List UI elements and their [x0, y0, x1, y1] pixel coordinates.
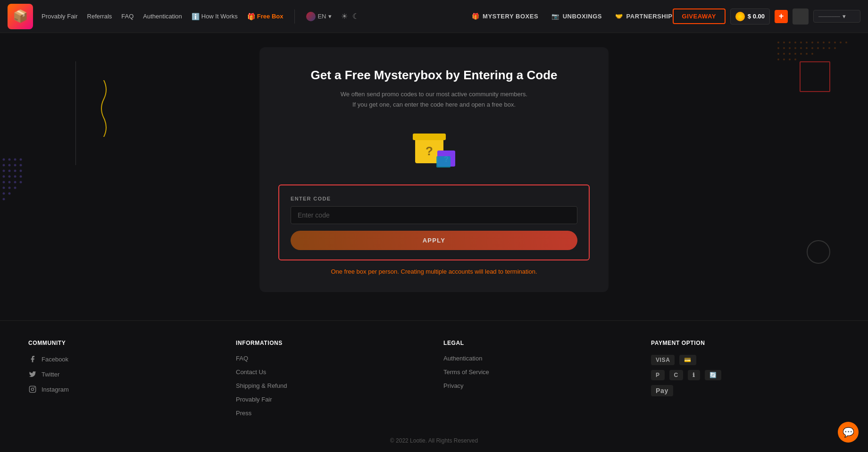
footer-link-authentication[interactable]: Authentication — [443, 355, 632, 362]
svg-point-10 — [14, 170, 17, 172]
svg-point-47 — [823, 47, 825, 49]
svg-point-55 — [806, 53, 808, 55]
footer-legal-title: LEGAL — [443, 340, 632, 346]
svg-point-27 — [783, 42, 785, 43]
visa-badge: VISA — [651, 355, 675, 365]
svg-point-28 — [789, 42, 791, 43]
coin-icon — [735, 12, 745, 21]
svg-point-6 — [14, 164, 17, 167]
username-dropdown[interactable]: ───── ▾ — [813, 10, 860, 23]
apply-button[interactable]: APPLY — [291, 231, 577, 250]
paypal-badge: P — [651, 370, 665, 380]
footer-informations: INFORMATIONS FAQ Contact Us Shipping & R… — [236, 340, 425, 423]
nav-referrals[interactable]: Referrals — [87, 13, 112, 20]
footer-link-instagram[interactable]: Instagram — [28, 385, 217, 393]
nav-mystery-boxes[interactable]: 🎁 MYSTERY BOXES — [472, 13, 539, 20]
svg-point-24 — [8, 193, 11, 195]
svg-point-2 — [14, 159, 17, 161]
svg-point-25 — [3, 198, 5, 201]
balance-amount: $ 0.00 — [748, 13, 765, 20]
username-label: ───── — [818, 13, 840, 20]
deco-circle — [807, 240, 830, 264]
nav-authentication[interactable]: Authentication — [143, 13, 182, 20]
code-input[interactable] — [291, 206, 577, 224]
footer-link-tos[interactable]: Terms of Service — [443, 368, 632, 376]
main-content: + — [0, 33, 868, 320]
card-title: Get a Free Mysterybox by Entering a Code — [278, 68, 590, 83]
svg-point-22 — [14, 187, 17, 189]
svg-point-3 — [20, 159, 22, 161]
svg-point-5 — [8, 164, 11, 167]
footer-link-faq[interactable]: FAQ — [236, 355, 425, 362]
svg-point-48 — [828, 47, 830, 49]
code-label: ENTER CODE — [291, 196, 577, 201]
sun-icon[interactable]: ☀ — [341, 12, 348, 21]
theme-controls: ☀ ☾ — [341, 12, 359, 21]
svg-point-19 — [20, 181, 22, 184]
nav-how-it-works[interactable]: ℹ️ How It Works — [192, 13, 238, 20]
svg-point-42 — [794, 47, 796, 49]
footer-payment: PAYMENT OPTION VISA 💳 P C ℹ 🔄 Pay — [651, 340, 840, 423]
chevron-down-icon: ▾ — [843, 13, 846, 20]
payment-row-1: VISA 💳 — [651, 355, 840, 365]
logo[interactable]: 📦 — [8, 4, 33, 29]
footer-copyright: © 2022 Lootie. All Rights Reserved — [28, 437, 840, 444]
deco-dots-purple — [0, 156, 33, 214]
logo-image: 📦 — [8, 4, 33, 29]
revolut-badge: 🔄 — [705, 370, 722, 380]
card-subtitle: We often send promo codes to our most ac… — [278, 89, 590, 110]
svg-point-7 — [20, 164, 22, 167]
footer-link-twitter[interactable]: Twitter — [28, 370, 217, 378]
svg-point-68 — [31, 388, 33, 391]
svg-point-69 — [34, 387, 34, 388]
nav-faq[interactable]: FAQ — [121, 13, 134, 20]
nav-provably-fair[interactable]: Provably Fair — [42, 13, 78, 20]
deco-wave — [94, 80, 113, 139]
payment-options: VISA 💳 P C ℹ 🔄 Pay — [651, 355, 840, 396]
footer-link-provably-fair[interactable]: Provably Fair — [236, 396, 425, 403]
nav-main-links: 🎁 MYSTERY BOXES 📷 UNBOXINGS 🤝 PARTNERSHI… — [472, 13, 673, 20]
svg-rect-62 — [413, 134, 446, 140]
footer-link-privacy[interactable]: Privacy — [443, 382, 632, 389]
nav-unboxings[interactable]: 📷 UNBOXINGS — [551, 13, 602, 20]
nav-free-box[interactable]: 🎁 Free Box — [247, 13, 284, 20]
deco-line — [75, 61, 76, 165]
warning-text: One free box per person. Creating multip… — [278, 268, 590, 275]
giveaway-button[interactable]: GIVEAWAY — [673, 8, 726, 24]
chat-bubble[interactable]: 💬 — [838, 422, 859, 443]
info-icon: ℹ️ — [192, 13, 200, 20]
moon-icon[interactable]: ☾ — [352, 12, 359, 21]
pay-badge: Pay — [651, 385, 673, 396]
add-funds-button[interactable]: + — [775, 10, 788, 23]
crypto-badge: C — [669, 370, 683, 380]
svg-point-17 — [8, 181, 11, 184]
mystery-box-image: ? ? — [408, 123, 460, 170]
lang-selector[interactable]: EN ▾ — [306, 12, 331, 21]
svg-rect-66 — [436, 156, 451, 167]
nav-links: Provably Fair Referrals FAQ Authenticati… — [42, 9, 467, 24]
svg-point-15 — [20, 176, 22, 178]
camera-icon: 📷 — [551, 13, 559, 20]
svg-point-26 — [777, 42, 779, 43]
svg-point-16 — [3, 181, 5, 184]
nav-partnership[interactable]: 🤝 PARTNERSHIP — [615, 13, 672, 20]
svg-point-23 — [3, 193, 5, 195]
navbar: 📦 Provably Fair Referrals FAQ Authentica… — [0, 0, 868, 33]
footer-link-contact[interactable]: Contact Us — [236, 368, 425, 376]
svg-point-18 — [14, 181, 17, 184]
svg-text:?: ? — [426, 144, 433, 158]
footer-link-press[interactable]: Press — [236, 410, 425, 417]
footer-payment-title: PAYMENT OPTION — [651, 340, 840, 346]
svg-point-34 — [823, 42, 825, 43]
footer-link-shipping[interactable]: Shipping & Refund — [236, 382, 425, 389]
svg-point-35 — [828, 42, 830, 43]
footer-informations-title: INFORMATIONS — [236, 340, 425, 346]
svg-point-12 — [3, 176, 5, 178]
footer-link-facebook[interactable]: Facebook — [28, 355, 217, 363]
svg-point-8 — [3, 170, 5, 172]
svg-point-45 — [811, 47, 813, 49]
svg-point-56 — [811, 53, 813, 55]
svg-point-31 — [806, 42, 808, 43]
footer-community-title: COMMUNITY — [28, 340, 217, 346]
svg-point-29 — [794, 42, 796, 43]
